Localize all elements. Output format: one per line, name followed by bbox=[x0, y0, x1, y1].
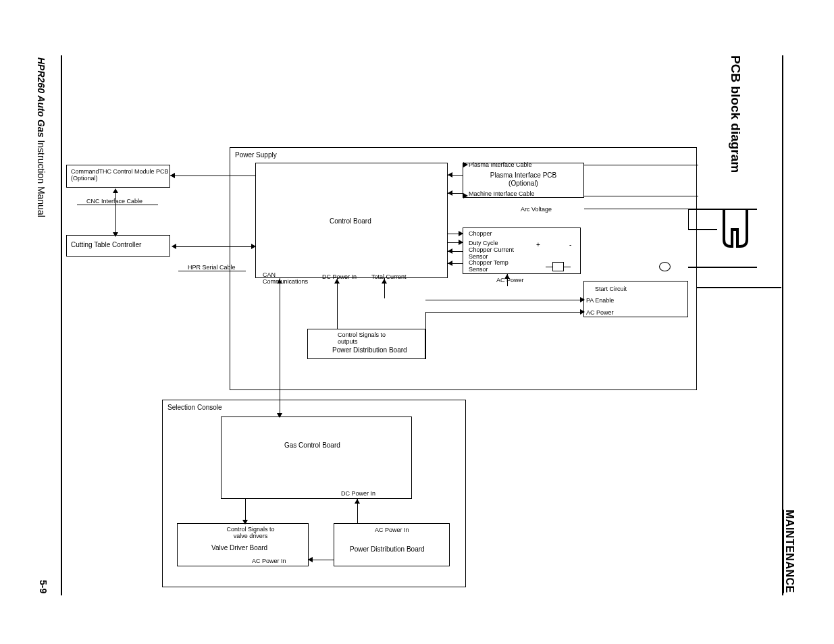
footer-suffix: Instruction Manual bbox=[36, 138, 47, 217]
arr4 bbox=[448, 172, 452, 178]
plus-sign: + bbox=[536, 241, 540, 249]
arr2a bbox=[113, 188, 118, 193]
arr6a bbox=[277, 279, 282, 284]
arc-line bbox=[584, 209, 688, 209]
page-number: 5-9 bbox=[38, 580, 49, 593]
right-symbol bbox=[659, 262, 671, 271]
arr8 bbox=[382, 279, 387, 284]
valve-driver-label: Valve Driver Board bbox=[211, 544, 267, 552]
conn14 bbox=[425, 312, 583, 313]
conn12a bbox=[584, 165, 698, 165]
gas-control-board-label: Gas Control Board bbox=[284, 441, 340, 450]
conn2 bbox=[115, 190, 116, 234]
conn15 bbox=[425, 312, 426, 359]
footer-bold: HPR260 Auto Gas bbox=[36, 57, 47, 138]
dc-power-in2-label: DC Power In bbox=[341, 490, 375, 497]
machine-cable-label: Machine Interface Cable bbox=[469, 190, 535, 197]
pdb2-label: Power Distribution Board bbox=[350, 545, 425, 554]
arr1 bbox=[170, 173, 175, 178]
ac-power-in2-label: AC Power In bbox=[375, 527, 409, 533]
conn6 bbox=[280, 278, 280, 417]
cnc-underline bbox=[77, 205, 158, 205]
ac-power-in-label: AC Power In bbox=[252, 558, 286, 564]
footer-left: HPR260 Auto Gas Instruction Manual bbox=[36, 57, 47, 217]
arr5d bbox=[448, 261, 452, 266]
arr13 bbox=[580, 297, 585, 302]
gas-control-board-box bbox=[221, 417, 412, 499]
arr12b bbox=[463, 193, 468, 198]
page-title: PCB block diagram bbox=[728, 55, 743, 173]
arr2b bbox=[113, 232, 118, 237]
command-thc-label: CommandTHC Control Module PCB (Optional) bbox=[71, 168, 169, 182]
cnc-cable-label: CNC Interface Cable bbox=[86, 198, 142, 205]
conn13 bbox=[425, 300, 583, 300]
ext-line2 bbox=[688, 229, 717, 230]
hpr-underline bbox=[178, 271, 246, 271]
arr7 bbox=[334, 279, 340, 284]
arc-voltage-label: Arc Voltage bbox=[521, 206, 552, 213]
section-header: MAINTENANCE bbox=[783, 510, 796, 593]
ctrl-signals-out-label: Control Signals to outputs bbox=[338, 331, 405, 346]
conn3 bbox=[175, 246, 253, 247]
sym-line2 bbox=[564, 267, 571, 267]
control-board-label: Control Board bbox=[330, 217, 371, 225]
ac-power2-label: AC Power bbox=[586, 309, 614, 316]
plasma-pcb-label: Plasma Interface PCB (Optional) bbox=[476, 171, 571, 187]
arr5b2 bbox=[459, 240, 463, 245]
ext-line4 bbox=[697, 287, 781, 288]
arr6b bbox=[277, 413, 282, 418]
power-supply-label: Power Supply bbox=[235, 151, 277, 159]
minus-sign: - bbox=[569, 241, 571, 249]
plasma-cable-label: Plasma Interface Cable bbox=[469, 161, 532, 168]
hpr-serial-label: HPR Serial Cable bbox=[188, 264, 236, 271]
arr4b bbox=[448, 190, 452, 196]
duty-cycle-label: Duty Cycle bbox=[469, 240, 498, 246]
total-current-label: Total Current bbox=[371, 273, 407, 280]
sym-line1 bbox=[546, 267, 552, 267]
ext-line3 bbox=[688, 267, 757, 268]
can-comms-label: CAN Communications bbox=[263, 271, 310, 286]
chopper-temp-label: Chopper Temp Sensor bbox=[469, 259, 523, 273]
conn7 bbox=[337, 278, 338, 329]
ac-power-label: AC Power bbox=[496, 277, 524, 284]
arr9 bbox=[355, 499, 360, 504]
conn12b bbox=[584, 196, 698, 196]
torch-icon bbox=[717, 203, 758, 257]
chopper-symbol bbox=[552, 262, 564, 271]
start-circuit-label: Start Circuit bbox=[595, 286, 627, 292]
pa-enable-label: PA Enable bbox=[586, 297, 614, 304]
left-frame bbox=[61, 55, 62, 595]
arr3b bbox=[251, 244, 256, 249]
arc-v bbox=[688, 209, 689, 229]
arr12a bbox=[463, 162, 468, 167]
arr-ac-chop bbox=[504, 274, 510, 279]
selection-console-label: Selection Console bbox=[167, 404, 222, 412]
chopper-current-label: Chopper Current Sensor bbox=[469, 246, 523, 261]
cutting-table-label: Cutting Table Controller bbox=[71, 241, 141, 249]
page: MAINTENANCE PCB block diagram HPR260 Aut… bbox=[0, 0, 834, 644]
arr11 bbox=[308, 557, 313, 562]
arr5a bbox=[459, 231, 463, 236]
ext-line1 bbox=[688, 209, 757, 210]
ctrl-signals-valve-label: Control Signals to valve drivers bbox=[220, 526, 281, 540]
conn1 bbox=[170, 176, 255, 176]
arr3a bbox=[172, 244, 176, 249]
arr14 bbox=[580, 309, 585, 315]
pdb-label: Power Distribution Board bbox=[332, 346, 407, 354]
arr5c bbox=[448, 248, 452, 254]
arr10 bbox=[242, 520, 248, 525]
chopper-label: Chopper bbox=[469, 230, 492, 237]
